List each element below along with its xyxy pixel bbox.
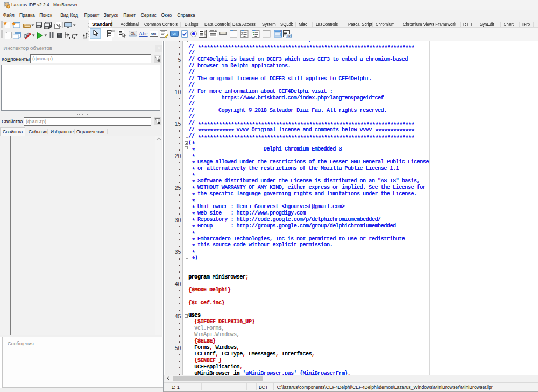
svg-text:on: on (173, 32, 177, 35)
svg-text:Ok: Ok (287, 35, 291, 38)
svg-text:Abc: Abc (139, 31, 148, 37)
svg-text:Ok: Ok (131, 32, 136, 35)
svg-text:abI: abI (151, 32, 156, 37)
